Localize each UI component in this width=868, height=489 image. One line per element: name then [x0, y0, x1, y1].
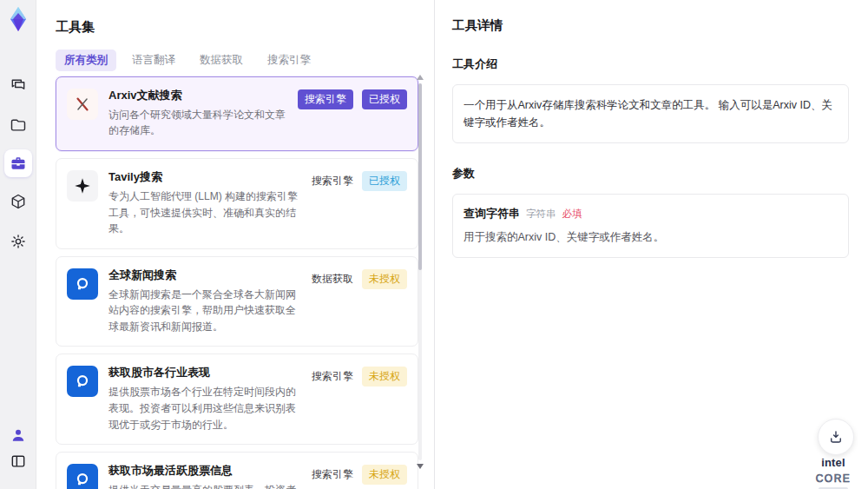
- tool-card-sector-performance[interactable]: 获取股市各行业表现 提供股票市场各个行业在特定时间段内的表现。投资者可以利用这些…: [56, 354, 418, 445]
- news-api-icon: [67, 366, 98, 397]
- category-label: 数据获取: [312, 272, 353, 287]
- tool-meta: 搜索引擎 未授权: [312, 366, 407, 387]
- toolbox-icon: [10, 155, 27, 172]
- package-icon: [10, 193, 27, 210]
- tool-description: 提供当天交易量最高的股票列表。投资者可以利用这些信息来识别流动性强的股票和潜在的…: [108, 482, 301, 489]
- user-icon: [10, 426, 27, 444]
- tool-name: 获取股市各行业表现: [108, 366, 301, 380]
- category-badge: 搜索引擎: [298, 89, 353, 109]
- left-sidebar: [0, 0, 36, 489]
- tool-description: 提供股票市场各个行业在特定时间段内的表现。投资者可以利用这些信息来识别表现优于或…: [108, 384, 301, 433]
- tool-meta: 数据获取 未授权: [312, 268, 407, 289]
- tool-detail-panel: 工具详情 工具介绍 一个用于从Arxiv存储库搜索科学论文和文章的工具。 输入可…: [434, 0, 868, 489]
- app-logo-icon: [4, 5, 32, 33]
- scrollbar-thumb[interactable]: [418, 83, 422, 270]
- tool-name: Arxiv文献搜索: [108, 89, 287, 103]
- category-label: 搜索引擎: [312, 467, 353, 482]
- status-badge: 已授权: [362, 171, 407, 191]
- parameter-description: 用于搜索的Arxiv ID、关键字或作者姓名。: [464, 229, 838, 246]
- tool-card-body: Tavily搜索 专为人工智能代理 (LLM) 构建的搜索引擎工具，可快速提供实…: [108, 170, 301, 237]
- params-section-title: 参数: [452, 166, 849, 182]
- category-label: 搜索引擎: [312, 369, 353, 384]
- sidebar-item-packages[interactable]: [4, 188, 32, 215]
- tab-search-engine[interactable]: 搜索引擎: [259, 50, 319, 71]
- tool-card-body: 全球新闻搜索 全球新闻搜索是一个聚合全球各大新闻网站内容的搜索引擎，帮助用户快速…: [108, 268, 301, 335]
- tab-all-categories[interactable]: 所有类别: [56, 50, 116, 71]
- download-button[interactable]: [818, 419, 854, 455]
- parameter-header: 查询字符串 字符串 必填: [464, 206, 838, 221]
- sidebar-item-settings[interactable]: [4, 228, 32, 255]
- tool-intro-box: 一个用于从Arxiv存储库搜索科学论文和文章的工具。 输入可以是Arxiv ID…: [452, 84, 849, 143]
- tool-card-global-news[interactable]: 全球新闻搜索 全球新闻搜索是一个聚合全球各大新闻网站内容的搜索引擎，帮助用户快速…: [56, 256, 418, 347]
- tavily-star-icon: [67, 170, 98, 202]
- parameter-required-flag: 必填: [562, 208, 582, 221]
- news-api-icon: [67, 464, 98, 489]
- tab-language-translation[interactable]: 语言翻译: [123, 50, 184, 71]
- news-api-icon: [67, 268, 98, 300]
- tool-list-panel: 工具集 所有类别 语言翻译 数据获取 搜索引擎 Arxiv文献搜索 访问各个研究…: [36, 0, 434, 489]
- tool-card-body: Arxiv文献搜索 访问各个研究领域大量科学论文和文章的存储库。: [108, 89, 287, 139]
- status-badge: 未授权: [362, 367, 407, 387]
- parameter-type: 字符串: [526, 208, 556, 221]
- folder-icon: [10, 116, 27, 134]
- tool-card-body: 获取市场最活跃股票信息 提供当天交易量最高的股票列表。投资者可以利用这些信息来识…: [108, 464, 301, 489]
- page-title: 工具集: [56, 19, 95, 36]
- category-label: 搜索引擎: [312, 174, 353, 188]
- status-badge: 已授权: [362, 89, 407, 109]
- core-wordmark: CORE: [816, 472, 852, 485]
- tool-card-body: 获取股市各行业表现 提供股票市场各个行业在特定时间段内的表现。投资者可以利用这些…: [108, 366, 301, 433]
- sidebar-item-profile[interactable]: [4, 421, 32, 449]
- sidebar-item-files[interactable]: [4, 111, 32, 139]
- tool-meta: 搜索引擎 已授权: [298, 89, 407, 109]
- parameter-box: 查询字符串 字符串 必填 用于搜索的Arxiv ID、关键字或作者姓名。: [452, 194, 849, 258]
- tool-card-list: Arxiv文献搜索 访问各个研究领域大量科学论文和文章的存储库。 搜索引擎 已授…: [56, 76, 418, 489]
- tab-data-fetch[interactable]: 数据获取: [191, 50, 252, 71]
- panel-toggle-icon: [10, 453, 27, 470]
- tool-meta: 搜索引擎 已授权: [312, 170, 407, 191]
- arxiv-icon: [67, 89, 98, 120]
- download-icon: [828, 429, 844, 445]
- tool-meta: 搜索引擎 未授权: [312, 464, 407, 485]
- tool-name: 获取市场最活跃股票信息: [108, 464, 301, 479]
- tool-name: 全球新闻搜索: [108, 268, 301, 283]
- intel-core-logo: intel CORE: [806, 454, 861, 489]
- tool-description: 全球新闻搜索是一个聚合全球各大新闻网站内容的搜索引擎，帮助用户快速获取全球最新资…: [108, 287, 301, 335]
- status-badge: 未授权: [362, 465, 407, 485]
- scrollbar-down-arrow[interactable]: [417, 464, 424, 469]
- intel-wordmark: intel: [821, 456, 845, 469]
- category-tabs: 所有类别 语言翻译 数据获取 搜索引擎: [56, 50, 319, 71]
- tool-description: 访问各个研究领域大量科学论文和文章的存储库。: [108, 107, 287, 139]
- scrollbar-up-arrow[interactable]: [417, 75, 424, 80]
- sidebar-item-panel-toggle[interactable]: [4, 447, 32, 475]
- tool-description: 专为人工智能代理 (LLM) 构建的搜索引擎工具，可快速提供实时、准确和真实的结…: [108, 188, 301, 237]
- chat-icon: [10, 76, 27, 94]
- settings-icon: [10, 233, 27, 250]
- intro-section-title: 工具介绍: [452, 56, 849, 72]
- tool-card-arxiv[interactable]: Arxiv文献搜索 访问各个研究领域大量科学论文和文章的存储库。 搜索引擎 已授…: [56, 76, 418, 151]
- tool-card-most-active-stocks[interactable]: 获取市场最活跃股票信息 提供当天交易量最高的股票列表。投资者可以利用这些信息来识…: [56, 452, 418, 489]
- sidebar-item-tools[interactable]: [4, 149, 32, 177]
- sidebar-item-chat[interactable]: [4, 71, 32, 99]
- tool-name: Tavily搜索: [108, 170, 301, 185]
- tool-card-tavily[interactable]: Tavily搜索 专为人工智能代理 (LLM) 构建的搜索引擎工具，可快速提供实…: [56, 158, 418, 249]
- status-badge: 未授权: [362, 269, 407, 289]
- parameter-name: 查询字符串: [464, 206, 520, 221]
- detail-panel-title: 工具详情: [452, 17, 849, 34]
- list-scrollbar[interactable]: [418, 83, 422, 460]
